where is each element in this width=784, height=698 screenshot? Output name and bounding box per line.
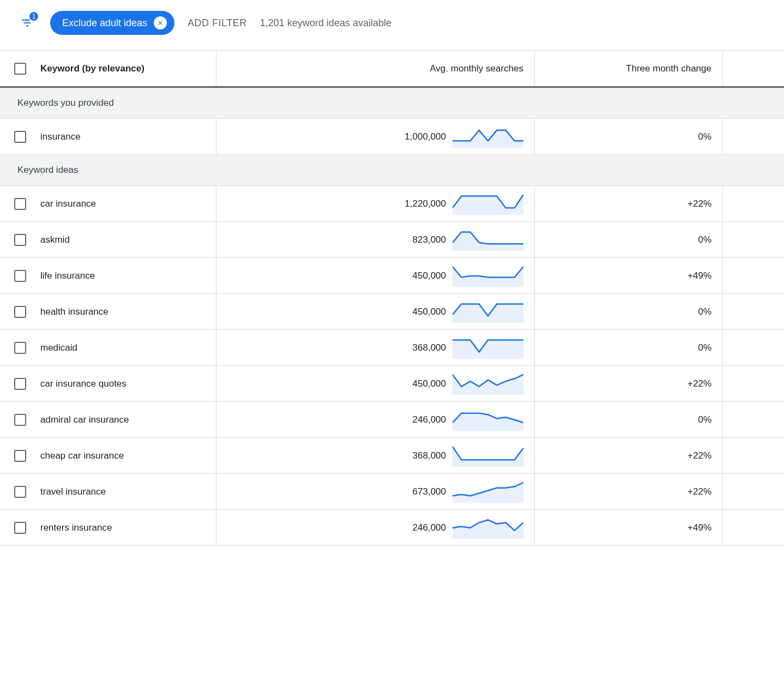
searches-cell: 450,000 (216, 258, 534, 293)
row-checkbox[interactable] (14, 522, 26, 534)
add-filter-button[interactable]: ADD FILTER (188, 17, 247, 29)
row-checkbox[interactable] (14, 234, 26, 246)
row-checkbox[interactable] (14, 306, 26, 318)
change-cell: 0% (534, 119, 722, 154)
searches-value: 368,000 (413, 342, 446, 353)
change-cell: +22% (534, 438, 722, 473)
table-row: insurance 1,000,000 0% (0, 119, 784, 155)
searches-cell: 1,220,000 (216, 186, 534, 221)
change-cell: 0% (534, 294, 722, 329)
filter-chip-exclude-adult[interactable]: Exclude adult ideas (50, 11, 174, 35)
searches-value: 673,000 (413, 486, 446, 497)
header-change[interactable]: Three month change (534, 51, 722, 86)
keyword-availability-text: 1,201 keyword ideas available (260, 17, 391, 29)
keyword-cell[interactable]: car insurance quotes (40, 366, 216, 401)
keyword-cell[interactable]: admiral car insurance (40, 402, 216, 437)
section-header: Keyword ideas (0, 155, 784, 186)
searches-value: 450,000 (413, 306, 446, 317)
searches-value: 450,000 (413, 378, 446, 389)
keyword-table: Keyword (by relevance) Avg. monthly sear… (0, 51, 784, 546)
searches-value: 246,000 (413, 522, 446, 533)
searches-cell: 450,000 (216, 294, 534, 329)
change-cell: +49% (534, 258, 722, 293)
searches-value: 368,000 (413, 450, 446, 461)
header-keyword[interactable]: Keyword (by relevance) (40, 63, 216, 74)
keyword-cell[interactable]: insurance (40, 119, 216, 154)
extra-cell (722, 366, 784, 401)
row-checkbox[interactable] (14, 198, 26, 210)
extra-cell (722, 186, 784, 221)
filter-icon[interactable]: 1 (17, 13, 37, 33)
searches-value: 1,220,000 (405, 198, 446, 209)
row-checkbox[interactable] (14, 450, 26, 462)
filter-chip-label: Exclude adult ideas (62, 17, 147, 29)
searches-value: 823,000 (413, 234, 446, 245)
change-cell: 0% (534, 402, 722, 437)
searches-cell: 1,000,000 (216, 119, 534, 154)
extra-cell (722, 402, 784, 437)
keyword-cell[interactable]: askmid (40, 222, 216, 257)
filter-bar: 1 Exclude adult ideas ADD FILTER 1,201 k… (0, 0, 784, 51)
table-row: health insurance 450,000 0% (0, 294, 784, 330)
extra-cell (722, 474, 784, 509)
change-cell: 0% (534, 330, 722, 365)
section-header: Keywords you provided (0, 88, 784, 119)
row-checkbox[interactable] (14, 378, 26, 390)
extra-cell (722, 119, 784, 154)
row-checkbox[interactable] (14, 414, 26, 426)
keyword-cell[interactable]: car insurance (40, 186, 216, 221)
searches-cell: 673,000 (216, 474, 534, 509)
table-row: life insurance 450,000 +49% (0, 258, 784, 294)
row-checkbox[interactable] (14, 342, 26, 354)
searches-cell: 246,000 (216, 402, 534, 437)
row-checkbox[interactable] (14, 486, 26, 498)
table-row: car insurance quotes 450,000 +22% (0, 366, 784, 402)
filter-badge-count: 1 (28, 11, 39, 22)
table-row: admiral car insurance 246,000 0% (0, 402, 784, 438)
searches-value: 1,000,000 (405, 131, 446, 142)
table-row: renters insurance 246,000 +49% (0, 510, 784, 546)
searches-cell: 368,000 (216, 438, 534, 473)
searches-value: 246,000 (413, 414, 446, 425)
table-row: cheap car insurance 368,000 +22% (0, 438, 784, 474)
extra-cell (722, 510, 784, 545)
change-cell: +22% (534, 186, 722, 221)
row-checkbox[interactable] (14, 131, 26, 143)
table-row: car insurance 1,220,000 +22% (0, 186, 784, 222)
keyword-cell[interactable]: medicaid (40, 330, 216, 365)
table-header-row: Keyword (by relevance) Avg. monthly sear… (0, 51, 784, 88)
keyword-cell[interactable]: life insurance (40, 258, 216, 293)
table-row: travel insurance 673,000 +22% (0, 474, 784, 510)
extra-cell (722, 222, 784, 257)
extra-cell (722, 294, 784, 329)
change-cell: +22% (534, 366, 722, 401)
keyword-cell[interactable]: renters insurance (40, 510, 216, 545)
table-row: medicaid 368,000 0% (0, 330, 784, 366)
searches-cell: 823,000 (216, 222, 534, 257)
keyword-cell[interactable]: travel insurance (40, 474, 216, 509)
table-row: askmid 823,000 0% (0, 222, 784, 258)
keyword-cell[interactable]: cheap car insurance (40, 438, 216, 473)
searches-value: 450,000 (413, 270, 446, 281)
header-searches[interactable]: Avg. monthly searches (216, 51, 534, 86)
searches-cell: 368,000 (216, 330, 534, 365)
searches-cell: 246,000 (216, 510, 534, 545)
extra-cell (722, 330, 784, 365)
keyword-cell[interactable]: health insurance (40, 294, 216, 329)
header-extra (722, 51, 784, 86)
change-cell: +22% (534, 474, 722, 509)
searches-cell: 450,000 (216, 366, 534, 401)
extra-cell (722, 258, 784, 293)
change-cell: 0% (534, 222, 722, 257)
change-cell: +49% (534, 510, 722, 545)
row-checkbox[interactable] (14, 270, 26, 282)
close-icon[interactable] (154, 16, 167, 29)
extra-cell (722, 438, 784, 473)
select-all-checkbox[interactable] (14, 63, 26, 75)
